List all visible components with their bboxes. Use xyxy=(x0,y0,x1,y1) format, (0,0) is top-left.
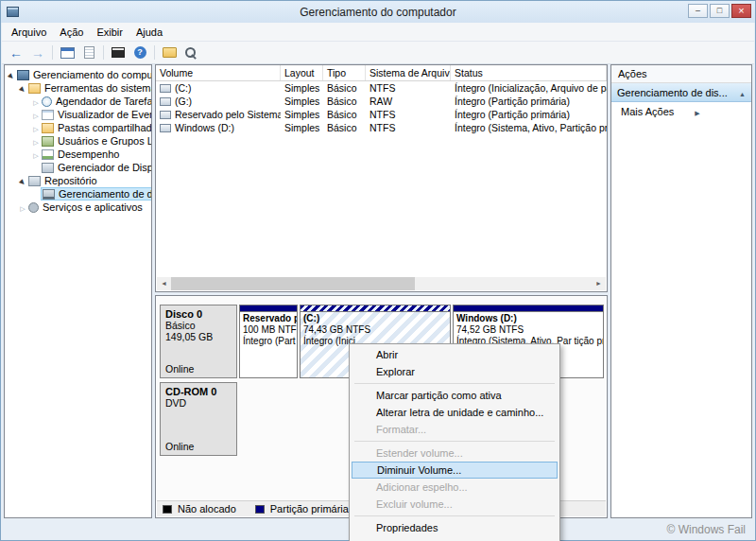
menu-exibir[interactable]: Exibir xyxy=(90,24,129,41)
console-icon[interactable] xyxy=(109,44,128,62)
tree-item-shared-folders[interactable]: Pastas compartilhadas xyxy=(5,121,151,134)
shared-folder-icon xyxy=(42,123,54,133)
column-header-status[interactable]: Status xyxy=(451,65,607,80)
column-header-volume[interactable]: Volume xyxy=(156,65,281,80)
partition-color-bar xyxy=(301,305,450,312)
chevron-up-icon[interactable] xyxy=(739,87,746,98)
menu-item-diminuir-volume[interactable]: Diminuir Volume... xyxy=(352,462,558,479)
disk0-label[interactable]: Disco 0 Básico 149,05 GB Online xyxy=(160,305,237,378)
collapse-arrow-icon[interactable] xyxy=(31,96,41,107)
column-header-filesystem[interactable]: Sistema de Arquivos xyxy=(366,65,451,80)
volume-name: Reservado pelo Sistema (F:) xyxy=(175,109,281,120)
tree-item-disk-management[interactable]: Gerenciamento de disco xyxy=(5,187,151,201)
tree-item-local-users-groups[interactable]: Usuários e Grupos Locais xyxy=(5,134,151,148)
expand-arrow-icon[interactable] xyxy=(18,82,27,94)
volume-layout: Simples xyxy=(281,96,323,107)
tree-item-services-applications[interactable]: Serviços e aplicativos xyxy=(5,201,151,214)
horizontal-scrollbar[interactable] xyxy=(157,277,606,290)
actions-section-disk-management[interactable]: Gerenciamento de dis... xyxy=(611,83,751,102)
tree-item-label: Pastas compartilhadas xyxy=(58,122,151,133)
zoom-icon[interactable] xyxy=(181,44,200,62)
tree-item-task-scheduler[interactable]: Agendador de Tarefas xyxy=(5,95,151,108)
menu-item-formatar: Formatar... xyxy=(352,421,558,438)
expand-arrow-icon[interactable] xyxy=(7,69,16,80)
tree-item-performance[interactable]: Desempenho xyxy=(5,148,151,161)
collapse-arrow-icon[interactable] xyxy=(31,148,41,160)
scrollbar-thumb[interactable] xyxy=(171,277,415,290)
menu-item-ajuda[interactable]: Ajuda xyxy=(352,536,558,541)
menu-ajuda[interactable]: Ajuda xyxy=(129,24,169,41)
menu-item-propriedades[interactable]: Propriedades xyxy=(352,519,558,536)
tree-item-system-tools[interactable]: Ferramentas do sistema xyxy=(5,81,151,95)
scroll-left-icon[interactable] xyxy=(157,277,171,290)
drive-icon xyxy=(160,97,171,106)
cdrom-row: CD-ROM 0 DVD Online xyxy=(160,382,237,456)
partition-reservado[interactable]: Reservado p 100 MB NTFS Íntegro (Part xyxy=(239,305,298,378)
collapse-arrow-icon[interactable] xyxy=(18,201,27,213)
forward-icon[interactable] xyxy=(28,44,47,62)
scrollbar-track[interactable] xyxy=(171,277,592,290)
scroll-right-icon[interactable] xyxy=(592,277,606,290)
menu-item-alterar-letra[interactable]: Alterar letra de unidade e caminho... xyxy=(352,404,558,421)
collapse-arrow-icon[interactable] xyxy=(31,109,41,120)
toolbar-separator xyxy=(154,45,155,60)
volume-fs: NTFS xyxy=(366,122,451,133)
toolbar-separator xyxy=(52,45,53,60)
volume-type: Básico xyxy=(323,82,366,94)
volume-row[interactable]: (C:) Simples Básico NTFS Íntegro (Inicia… xyxy=(156,81,607,95)
disk-status: Online xyxy=(165,363,232,375)
menu-item-explorar[interactable]: Explorar xyxy=(352,363,558,380)
export-list-icon[interactable] xyxy=(79,44,98,62)
volume-row[interactable]: Windows (D:) Simples Básico NTFS Íntegro… xyxy=(156,121,607,134)
back-icon[interactable] xyxy=(7,44,26,62)
volume-row[interactable]: (G:) Simples Básico RAW Íntegro (Partiçã… xyxy=(156,95,607,108)
menu-item-marcar-particao-ativa[interactable]: Marcar partição como ativa xyxy=(352,387,558,404)
maximize-button[interactable] xyxy=(710,4,730,18)
more-actions-label: Mais Ações xyxy=(621,106,674,117)
menu-separator xyxy=(354,515,555,516)
partition-color-bar xyxy=(240,305,297,312)
volume-status: Íntegro (Partição primária) xyxy=(451,96,607,107)
drive-icon xyxy=(160,111,171,119)
column-header-tipo[interactable]: Tipo xyxy=(323,65,366,80)
primary-partition-swatch xyxy=(255,505,265,514)
legend-label-unallocated: Não alocado xyxy=(178,503,236,515)
partition-size: 74,43 GB NTFS xyxy=(303,324,447,336)
volume-row[interactable]: Reservado pelo Sistema (F:) Simples Bási… xyxy=(156,108,607,121)
users-icon xyxy=(42,136,54,147)
collapse-arrow-icon[interactable] xyxy=(31,122,41,133)
close-button[interactable] xyxy=(731,4,751,18)
tree-item-device-manager[interactable]: Gerenciador de Dispositivos xyxy=(5,161,151,174)
storage-icon xyxy=(28,176,41,186)
menu-acao[interactable]: Ação xyxy=(53,24,90,41)
more-actions-item[interactable]: Mais Ações xyxy=(611,102,751,121)
column-header-layout[interactable]: Layout xyxy=(281,65,323,80)
folder-icon[interactable] xyxy=(160,44,179,62)
menu-arquivo[interactable]: Arquivo xyxy=(5,24,53,41)
disk-status: Online xyxy=(165,441,232,452)
help-icon[interactable] xyxy=(130,44,149,62)
chevron-right-icon[interactable] xyxy=(695,106,699,117)
disk-icon xyxy=(43,189,55,200)
tree-item-label: Desempenho xyxy=(58,148,119,160)
tree-item-event-viewer[interactable]: Visualizador de Eventos xyxy=(5,108,151,121)
cdrom-label[interactable]: CD-ROM 0 DVD Online xyxy=(160,382,237,456)
volume-type: Básico xyxy=(323,96,366,107)
collapse-arrow-icon[interactable] xyxy=(31,135,41,147)
menu-item-abrir[interactable]: Abrir xyxy=(352,346,558,363)
computer-icon xyxy=(17,70,29,80)
partition-title: Windows (D:) xyxy=(456,313,600,324)
expand-arrow-icon[interactable] xyxy=(18,175,27,186)
show-console-tree-icon[interactable] xyxy=(58,44,77,62)
volume-table-header: Volume Layout Tipo Sistema de Arquivos S… xyxy=(156,65,607,81)
watermark: © Windows Fail xyxy=(666,523,746,536)
tree-item-computer-management[interactable]: Gerenciamento do computador xyxy=(5,68,151,81)
volume-fs: NTFS xyxy=(366,82,451,94)
menu-item-adicionar-espelho: Adicionar espelho... xyxy=(352,479,558,496)
tree-item-storage[interactable]: Repositório xyxy=(5,174,151,187)
disk-type: DVD xyxy=(165,397,232,409)
volume-layout: Simples xyxy=(281,122,323,133)
titlebar[interactable]: Gerenciamento do computador xyxy=(1,1,755,23)
tree-item-label: Gerenciamento do computador xyxy=(33,69,151,80)
minimize-button[interactable] xyxy=(688,4,708,18)
